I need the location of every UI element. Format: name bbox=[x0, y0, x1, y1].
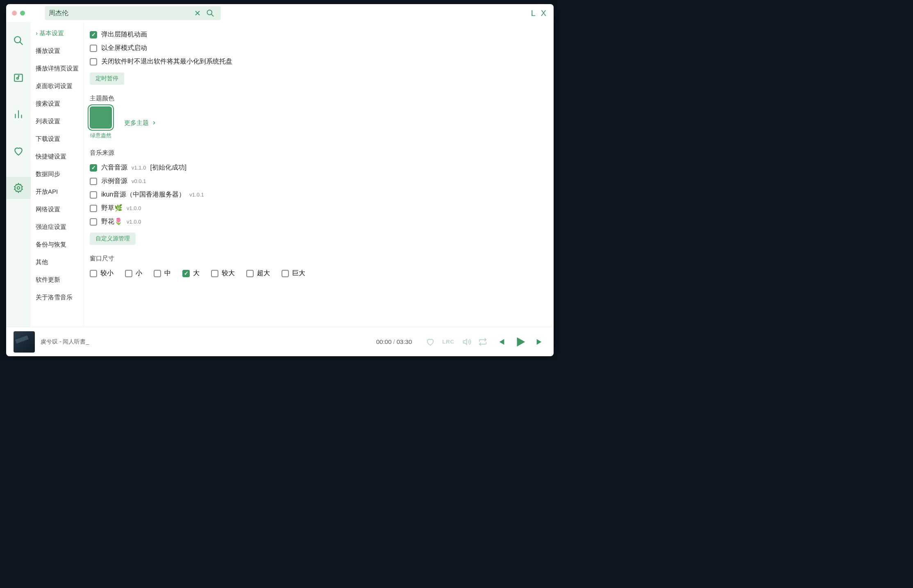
theme-swatch-label: 绿意盎然 bbox=[90, 132, 112, 139]
source-version: v1.0.0 bbox=[127, 205, 141, 211]
player-like-button[interactable] bbox=[426, 337, 435, 346]
sidebar-item[interactable]: 备份与恢复 bbox=[31, 236, 84, 253]
window-size-option[interactable]: 较大 bbox=[211, 269, 235, 278]
size-option-label: 中 bbox=[164, 269, 171, 278]
source-name: 野草🌿 bbox=[101, 204, 123, 213]
size-option-label: 较大 bbox=[222, 269, 235, 278]
section-windowsize-label: 窗口尺寸 bbox=[90, 255, 548, 262]
checkbox-icon[interactable] bbox=[246, 270, 254, 277]
window-size-option[interactable]: 大 bbox=[182, 269, 200, 278]
sidebar-item[interactable]: 其他 bbox=[31, 253, 84, 271]
size-option-label: 较小 bbox=[100, 269, 114, 278]
size-option-label: 小 bbox=[136, 269, 142, 278]
player-volume-button[interactable] bbox=[462, 337, 471, 346]
player-prev-button[interactable] bbox=[495, 336, 506, 348]
sidebar-item[interactable]: 播放设置 bbox=[31, 42, 84, 60]
checkbox-icon[interactable] bbox=[90, 45, 97, 52]
player-repeat-button[interactable] bbox=[478, 337, 487, 346]
sidebar-item[interactable]: 数据同步 bbox=[31, 165, 84, 183]
theme-swatch-green[interactable]: 绿意盎然 bbox=[90, 106, 112, 139]
search-icon[interactable] bbox=[204, 7, 217, 19]
checkbox-icon[interactable] bbox=[90, 205, 97, 212]
player-time: 00:00/03:30 bbox=[376, 338, 412, 345]
sidebar-item[interactable]: 桌面歌词设置 bbox=[31, 77, 84, 95]
source-name: 六音音源 bbox=[101, 163, 127, 172]
clear-icon[interactable] bbox=[191, 8, 204, 18]
app-logo: L X bbox=[531, 9, 548, 18]
size-option-label: 超大 bbox=[257, 269, 270, 278]
source-version: v1.1.0 bbox=[132, 165, 146, 171]
sidebar-item[interactable]: 快捷键设置 bbox=[31, 148, 84, 165]
window-size-option[interactable]: 超大 bbox=[246, 269, 270, 278]
checkbox-icon[interactable] bbox=[182, 270, 190, 277]
nav-leaderboard[interactable] bbox=[6, 103, 31, 125]
window-size-option[interactable]: 较小 bbox=[90, 269, 114, 278]
window-size-option[interactable]: 巨大 bbox=[282, 269, 305, 278]
checkbox-label: 以全屏模式启动 bbox=[101, 44, 147, 52]
checkbox-icon[interactable] bbox=[90, 191, 97, 199]
checkbox-icon[interactable] bbox=[90, 270, 97, 277]
source-row[interactable]: 野花🌷 v1.0.0 bbox=[90, 215, 548, 228]
source-name: 野花🌷 bbox=[101, 217, 123, 226]
player-next-button[interactable] bbox=[535, 336, 546, 348]
search-bar bbox=[45, 6, 221, 20]
checkbox-icon[interactable] bbox=[154, 270, 161, 277]
sidebar-item[interactable]: 基本设置 bbox=[31, 25, 84, 42]
source-status: [初始化成功] bbox=[150, 163, 186, 172]
checkbox-label: 弹出层随机动画 bbox=[101, 30, 147, 39]
checkbox-icon[interactable] bbox=[282, 270, 289, 277]
sidebar-item[interactable]: 网络设置 bbox=[31, 201, 84, 218]
sidebar-item[interactable]: 关于洛雪音乐 bbox=[31, 289, 84, 306]
sidebar-item[interactable]: 搜索设置 bbox=[31, 95, 84, 113]
window-min-dot[interactable] bbox=[20, 11, 25, 16]
source-version: v0.0.1 bbox=[132, 178, 146, 184]
player-lyrics-button[interactable]: LRC bbox=[442, 339, 454, 345]
checkbox-icon[interactable] bbox=[125, 270, 132, 277]
player-cover[interactable] bbox=[14, 331, 35, 353]
manage-sources-button[interactable]: 自定义源管理 bbox=[90, 233, 136, 245]
nav-library[interactable] bbox=[6, 66, 31, 88]
nav-settings[interactable] bbox=[6, 177, 31, 199]
source-name: ikun音源（中国香港服务器） bbox=[101, 190, 185, 199]
sidebar-item[interactable]: 软件更新 bbox=[31, 271, 84, 289]
nav-search[interactable] bbox=[6, 29, 31, 52]
source-version: v1.0.1 bbox=[189, 192, 204, 198]
window-close-dot[interactable] bbox=[12, 11, 17, 16]
section-theme-label: 主题颜色 bbox=[90, 95, 548, 102]
nav-favorites[interactable] bbox=[6, 140, 31, 162]
source-row[interactable]: 示例音源 v0.0.1 bbox=[90, 174, 548, 188]
source-row[interactable]: ikun音源（中国香港服务器） v1.0.1 bbox=[90, 188, 548, 201]
checkbox-icon[interactable] bbox=[90, 31, 97, 38]
player-play-button[interactable] bbox=[513, 335, 527, 349]
source-name: 示例音源 bbox=[101, 177, 127, 185]
source-version: v1.0.0 bbox=[127, 219, 141, 225]
checkbox-icon[interactable] bbox=[211, 270, 218, 277]
sidebar-item[interactable]: 播放详情页设置 bbox=[31, 60, 84, 77]
search-input[interactable] bbox=[49, 9, 191, 17]
section-sources-label: 音乐来源 bbox=[90, 149, 548, 157]
sidebar-item[interactable]: 开放API bbox=[31, 183, 84, 201]
setting-checkbox-row[interactable]: 以全屏模式启动 bbox=[90, 41, 548, 55]
size-option-label: 大 bbox=[193, 269, 200, 278]
source-row[interactable]: 野草🌿 v1.0.0 bbox=[90, 201, 548, 215]
checkbox-icon[interactable] bbox=[90, 178, 97, 185]
player-track-label: 虞兮叹 - 闻人听書_ bbox=[41, 338, 89, 346]
setting-checkbox-row[interactable]: 弹出层随机动画 bbox=[90, 28, 548, 41]
window-size-option[interactable]: 中 bbox=[154, 269, 171, 278]
checkbox-label: 关闭软件时不退出软件将其最小化到系统托盘 bbox=[101, 57, 232, 66]
checkbox-icon[interactable] bbox=[90, 164, 97, 172]
more-themes-link[interactable]: 更多主题 bbox=[124, 119, 157, 127]
size-option-label: 巨大 bbox=[292, 269, 305, 278]
sidebar-item[interactable]: 列表设置 bbox=[31, 113, 84, 130]
sidebar-item[interactable]: 强迫症设置 bbox=[31, 218, 84, 236]
checkbox-icon[interactable] bbox=[90, 58, 97, 66]
sidebar-item[interactable]: 下载设置 bbox=[31, 130, 84, 148]
timed-pause-button[interactable]: 定时暂停 bbox=[90, 72, 124, 85]
source-row[interactable]: 六音音源 v1.1.0 [初始化成功] bbox=[90, 161, 548, 174]
setting-checkbox-row[interactable]: 关闭软件时不退出软件将其最小化到系统托盘 bbox=[90, 55, 548, 68]
svg-point-4 bbox=[17, 187, 20, 190]
window-size-option[interactable]: 小 bbox=[125, 269, 142, 278]
checkbox-icon[interactable] bbox=[90, 218, 97, 226]
